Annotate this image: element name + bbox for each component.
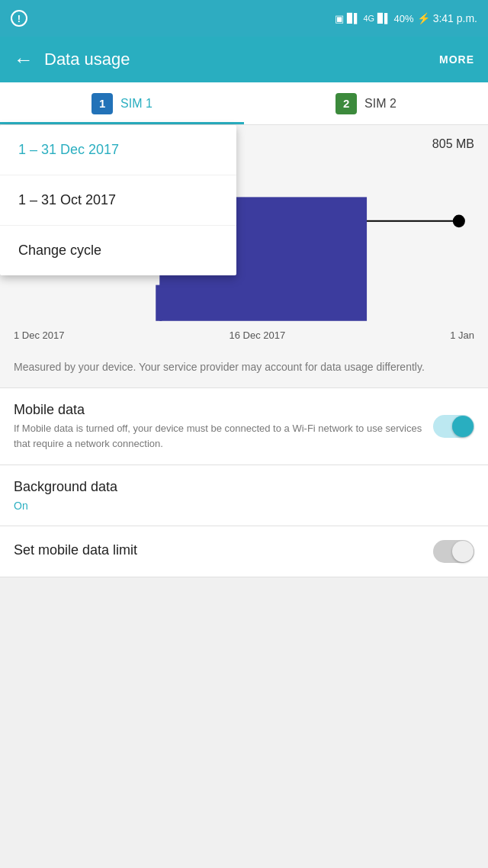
dropdown-item-dec2017[interactable]: 1 – 31 Dec 2017 <box>0 125 236 175</box>
chart-labels: 1 Dec 2017 16 Dec 2017 1 Jan <box>14 325 474 349</box>
time: 3:41 p.m. <box>433 12 477 24</box>
mobile-data-toggle[interactable] <box>433 415 474 438</box>
battery-icon: ⚡ <box>417 12 430 24</box>
set-limit-toggle[interactable] <box>433 540 474 563</box>
set-limit-text: Set mobile data limit <box>14 542 433 561</box>
warning-icon: ! <box>11 10 27 27</box>
set-limit-title: Set mobile data limit <box>14 542 433 558</box>
tab-sim2-label: SIM 2 <box>364 97 396 111</box>
svg-rect-3 <box>156 285 162 321</box>
chart-label-mid: 16 Dec 2017 <box>229 330 285 341</box>
tab-sim2[interactable]: 2 SIM 2 <box>244 82 488 124</box>
status-bar-left: ! <box>11 10 27 27</box>
signal-bars-2: ▊▌ <box>377 13 391 24</box>
sim2-badge: 2 <box>336 93 357 114</box>
tabs-container: 1 SIM 1 2 SIM 2 <box>0 82 488 125</box>
mobile-data-title: Mobile data <box>14 402 433 418</box>
more-button[interactable]: MORE <box>439 53 474 66</box>
tab-sim1-label: SIM 1 <box>120 97 152 111</box>
background-data-value: On <box>14 500 28 512</box>
sim-indicator: ▣ <box>335 13 344 24</box>
dropdown-overlay: 1 – 31 Dec 2017 1 – 31 Oct 2017 Change c… <box>0 125 236 275</box>
status-bar: ! ▣ ▊▌ 4G ▊▌ 40% ⚡ 3:41 p.m. <box>0 0 488 37</box>
dropdown-item-oct2017[interactable]: 1 – 31 Oct 2017 <box>0 175 236 226</box>
network-type: 4G <box>363 14 374 23</box>
mobile-data-row: Mobile data If Mobile data is turned off… <box>0 388 488 465</box>
data-amount: 805 MB <box>432 137 474 151</box>
chart-label-start: 1 Dec 2017 <box>14 330 65 341</box>
app-bar-left: ← Data usage <box>14 48 130 72</box>
toggle-knob-off <box>452 541 474 562</box>
divider-4 <box>0 577 488 577</box>
mobile-data-subtitle: If Mobile data is turned off, your devic… <box>14 421 433 451</box>
dropdown-item-change-cycle[interactable]: Change cycle <box>0 226 236 275</box>
app-bar: ← Data usage MORE <box>0 37 488 82</box>
chart-label-end: 1 Jan <box>450 330 474 341</box>
main-content: 805 MB 1 Dec 2017 16 Dec 2017 1 Jan Meas… <box>0 125 488 577</box>
page-title: Data usage <box>44 50 130 69</box>
info-text: Measured by your device. Your service pr… <box>0 349 488 387</box>
sim1-badge: 1 <box>92 93 113 114</box>
status-bar-right: ▣ ▊▌ 4G ▊▌ 40% ⚡ 3:41 p.m. <box>335 12 477 24</box>
set-limit-row: Set mobile data limit <box>0 526 488 577</box>
battery-percent: 40% <box>394 13 414 24</box>
tab-sim1[interactable]: 1 SIM 1 <box>0 82 244 124</box>
back-button[interactable]: ← <box>14 48 34 72</box>
background-data-row[interactable]: Background data On <box>0 465 488 526</box>
svg-point-1 <box>453 214 465 227</box>
signal-bars: ▊▌ <box>347 13 361 24</box>
toggle-knob <box>452 416 474 437</box>
background-data-title: Background data <box>14 479 117 495</box>
mobile-data-text: Mobile data If Mobile data is turned off… <box>14 402 433 451</box>
